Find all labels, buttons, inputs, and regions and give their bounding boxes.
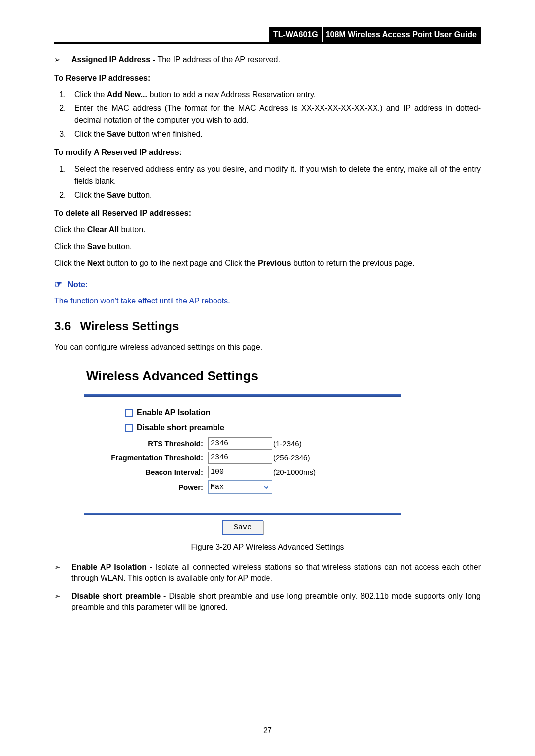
checkbox-icon[interactable] bbox=[125, 424, 133, 432]
figure-title: Wireless Advanced Settings bbox=[84, 363, 401, 394]
power-select[interactable]: Max bbox=[208, 480, 272, 494]
field-label: Power: bbox=[84, 482, 208, 492]
heading-delete: To delete all Reserved IP addresses: bbox=[54, 208, 481, 219]
paragraph: Click the Save button. bbox=[54, 241, 481, 252]
section-intro: You can configure wireless advanced sett… bbox=[54, 341, 481, 353]
text: button when finished. bbox=[125, 130, 203, 138]
figure-screenshot: Wireless Advanced Settings Enable AP Iso… bbox=[84, 363, 401, 535]
term: Assigned IP Address - bbox=[71, 55, 157, 64]
text: Click the bbox=[74, 191, 107, 199]
page-number: 27 bbox=[0, 725, 535, 736]
list-item: Click the Add New... button to add a new… bbox=[68, 89, 481, 101]
field-range: (256-2346) bbox=[272, 453, 310, 463]
field-row-power: Power: Max bbox=[84, 480, 401, 494]
term: Enable AP Isolation - bbox=[71, 563, 156, 571]
bold: Save bbox=[87, 242, 106, 251]
checkbox-icon[interactable] bbox=[125, 409, 133, 417]
heading-reserve: To Reserve IP addresses: bbox=[54, 73, 481, 84]
arrow-icon: ➢ bbox=[54, 562, 71, 584]
bold: Save bbox=[107, 130, 125, 138]
desc: The IP address of the AP reserved. bbox=[157, 55, 280, 64]
text: button. bbox=[125, 191, 152, 199]
modify-list: Select the reserved address entry as you… bbox=[54, 163, 481, 201]
text: Click the bbox=[54, 259, 87, 267]
section-title: Wireless Settings bbox=[80, 319, 179, 333]
header-model: TL-WA601G bbox=[269, 27, 323, 42]
text: button. bbox=[119, 225, 145, 234]
arrow-icon: ➢ bbox=[54, 54, 71, 65]
header-title: 108M Wireless Access Point User Guide bbox=[323, 27, 481, 42]
bold: Save bbox=[107, 191, 125, 199]
text: Click the bbox=[54, 242, 87, 251]
page-header: TL-WA601G 108M Wireless Access Point Use… bbox=[54, 27, 481, 44]
field-range: (1-2346) bbox=[272, 438, 302, 449]
text: button. bbox=[106, 242, 132, 251]
section-number: 3.6 bbox=[54, 319, 71, 333]
field-row-fragmentation: Fragmentation Threshold: (256-2346) bbox=[84, 452, 401, 464]
text: button to add a new Address Reservation … bbox=[147, 90, 316, 99]
checkbox-label: Enable AP Isolation bbox=[137, 407, 210, 418]
note-label: Note: bbox=[67, 280, 88, 289]
bold: Clear All bbox=[87, 225, 119, 234]
field-label: RTS Threshold: bbox=[84, 438, 208, 449]
term: Disable short preamble - bbox=[71, 592, 169, 600]
text: Click the bbox=[74, 130, 107, 138]
checkbox-row-short-preamble: Disable short preamble bbox=[125, 422, 401, 433]
note-body: The function won't take effect until the… bbox=[54, 296, 481, 306]
bold: Next bbox=[87, 259, 105, 267]
list-item: Select the reserved address entry as you… bbox=[68, 163, 481, 187]
field-range: (20-1000ms) bbox=[272, 467, 316, 477]
paragraph: Click the Clear All button. bbox=[54, 224, 481, 236]
paragraph: Click the Next button to go to the next … bbox=[54, 257, 481, 269]
text: button to return the previous page. bbox=[291, 259, 415, 267]
reserve-list: Click the Add New... button to add a new… bbox=[54, 89, 481, 140]
text: Click the bbox=[54, 225, 87, 234]
divider bbox=[84, 513, 401, 515]
heading-modify: To modify A Reserved IP address: bbox=[54, 147, 481, 158]
bullet-enable-ap-isolation: ➢ Enable AP Isolation - Isolate all conn… bbox=[54, 562, 481, 584]
bullet-assigned-ip: ➢ Assigned IP Address - The IP address o… bbox=[54, 54, 481, 65]
checkbox-label: Disable short preamble bbox=[137, 422, 224, 433]
figure-caption: Figure 3-20 AP Wireless Advanced Setting… bbox=[54, 542, 481, 553]
fragmentation-threshold-input[interactable] bbox=[208, 452, 272, 464]
list-item: Click the Save button. bbox=[68, 189, 481, 201]
checkbox-row-ap-isolation: Enable AP Isolation bbox=[125, 407, 401, 418]
chevron-down-icon bbox=[262, 483, 270, 491]
field-row-beacon: Beacon Interval: (20-1000ms) bbox=[84, 466, 401, 478]
bold: Previous bbox=[258, 259, 291, 267]
bold: Add New... bbox=[107, 90, 147, 99]
select-value: Max bbox=[211, 482, 224, 492]
save-button[interactable]: Save bbox=[222, 520, 263, 535]
beacon-interval-input[interactable] bbox=[208, 466, 272, 478]
arrow-icon: ➢ bbox=[54, 591, 71, 613]
text: Click the bbox=[74, 90, 107, 99]
divider bbox=[84, 394, 401, 397]
list-item: Click the Save button when finished. bbox=[68, 128, 481, 140]
bullet-disable-short-preamble: ➢ Disable short preamble - Disable short… bbox=[54, 591, 481, 613]
pointing-hand-icon: ☞ bbox=[54, 279, 62, 289]
section-heading: 3.6Wireless Settings bbox=[54, 318, 481, 335]
field-label: Beacon Interval: bbox=[84, 467, 208, 477]
text: button to go to the next page and Click … bbox=[104, 259, 258, 267]
list-item: Enter the MAC address (The format for th… bbox=[68, 102, 481, 126]
note-heading: ☞ Note: bbox=[54, 278, 481, 291]
field-row-rts: RTS Threshold: (1-2346) bbox=[84, 437, 401, 450]
rts-threshold-input[interactable] bbox=[208, 437, 272, 450]
field-label: Fragmentation Threshold: bbox=[84, 453, 208, 463]
